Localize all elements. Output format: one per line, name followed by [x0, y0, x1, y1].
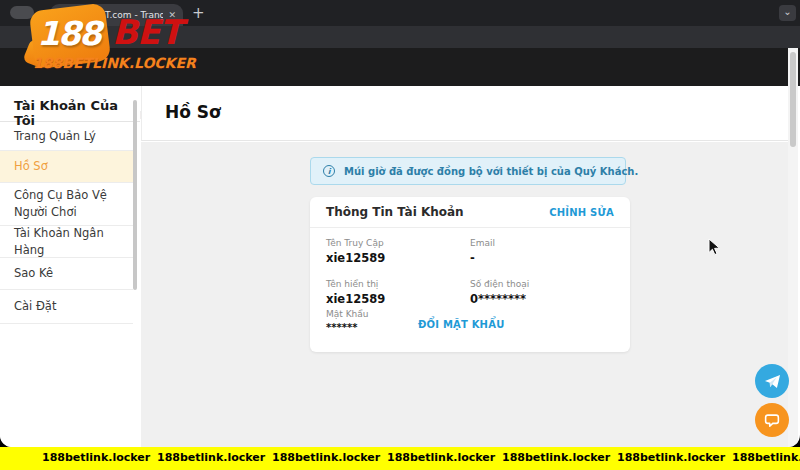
sidebar-item-trang-quan-ly[interactable]: Trang Quản Lý [0, 122, 133, 151]
timezone-banner: i Múi giờ đã được đồng bộ với thiết bị c… [310, 157, 626, 185]
browser-tab-bar: 188BET.com - Trang chủ chín ✕ + ⌄ [0, 0, 800, 26]
field-email: Email - [470, 238, 495, 265]
field-value: 0******** [470, 292, 529, 306]
card-header: Thông Tin Tài Khoản CHỈNH SỬA [310, 197, 630, 228]
field-display-name: Tên hiển thị xie12589 [326, 279, 385, 306]
main-title-bar [141, 86, 788, 141]
sidebar-item-cong-cu-bao-ve[interactable]: Công Cụ Bảo Vệ Người Chơi [0, 183, 133, 226]
sidebar-item-cai-dat[interactable]: Cài Đặt [0, 290, 133, 324]
footer-text: 188betlink.locker [157, 451, 265, 464]
field-label: Email [470, 238, 495, 248]
account-info-card: Thông Tin Tài Khoản CHỈNH SỬA Tên Truy C… [310, 197, 630, 352]
field-username: Tên Truy Cập xie12589 [326, 238, 385, 265]
sidebar-item-label: Công Cụ Bảo Vệ Người Chơi [14, 187, 117, 220]
field-password: Mật Khẩu ****** [326, 309, 369, 333]
field-label: Tên hiển thị [326, 279, 385, 289]
field-label: Tên Truy Cập [326, 238, 385, 248]
field-value: xie12589 [326, 251, 385, 265]
field-label: Số điện thoại [470, 279, 529, 289]
page-scrollbar-thumb[interactable] [790, 52, 796, 147]
footer-text: 188betlink.locker [272, 451, 380, 464]
live-chat-button[interactable] [755, 403, 789, 437]
banner-text: Múi giờ đã được đồng bộ với thiết bị của… [344, 166, 638, 177]
sidebar-item-label: Hồ Sơ [14, 158, 48, 175]
field-phone: Số điện thoại 0******** [470, 279, 529, 306]
field-value: - [470, 251, 495, 265]
chat-bubble-icon [763, 411, 781, 429]
screen: 188BET.com - Trang chủ chín ✕ + ⌄ ← -acc… [0, 0, 800, 470]
sidebar-item-label: Tài Khoản Ngân Hàng [14, 225, 117, 258]
footer-text: 188betlink.locker [387, 451, 495, 464]
sidebar-title: Tài Khoản Của Tôi [0, 86, 140, 122]
footer-text: 188betlink.locker [617, 451, 725, 464]
edit-link[interactable]: CHỈNH SỬA [549, 207, 614, 218]
sidebar-item-label: Sao Kê [14, 265, 53, 282]
new-tab-button[interactable]: + [192, 4, 205, 22]
page-title: Hồ Sơ [165, 102, 221, 122]
window-controls[interactable] [10, 6, 34, 19]
sidebar-scrollbar[interactable] [133, 100, 137, 290]
sidebar-item-sao-ke[interactable]: Sao Kê [0, 258, 133, 290]
telegram-button[interactable] [755, 364, 789, 398]
card-title: Thông Tin Tài Khoản [326, 205, 464, 219]
field-value: ****** [326, 322, 369, 333]
site-navbar: 188 BET Thể Thao BTI Thể Thao VR Thể Tha… [0, 48, 800, 86]
sidebar-item-tai-khoan-ngan-hang[interactable]: Tài Khoản Ngân Hàng [0, 226, 133, 258]
browser-window: 188BET.com - Trang chủ chín ✕ + ⌄ ← -acc… [0, 0, 800, 447]
info-icon: i [323, 165, 335, 177]
tab-list-chevron-icon[interactable]: ⌄ [779, 5, 796, 21]
sidebar-item-label: Trang Quản Lý [14, 128, 96, 145]
field-label: Mật Khẩu [326, 309, 369, 319]
footer-text: 188betlink.locker [732, 451, 800, 464]
change-password-link[interactable]: ĐỔI MẬT KHẨU [418, 319, 504, 330]
footer-text: 188betlink.locker [502, 451, 610, 464]
browser-tab[interactable]: 188BET.com - Trang chủ chín ✕ [50, 4, 183, 26]
footer-text: 188betlink.locker [42, 451, 150, 464]
footer-watermark-bar: 188betlink.locker 188betlink.locker 188b… [0, 447, 800, 470]
sidebar-item-ho-so[interactable]: Hồ Sơ [0, 151, 133, 183]
tab-title: 188BET.com - Trang chủ chín [76, 10, 163, 20]
browser-url-bar: ← -account/profile?title=Tài_Khoản_Của_T… [0, 26, 800, 48]
tab-close-icon[interactable]: ✕ [168, 10, 176, 20]
telegram-icon [763, 372, 782, 391]
field-value: xie12589 [326, 292, 385, 306]
sidebar-item-label: Cài Đặt [14, 298, 56, 315]
